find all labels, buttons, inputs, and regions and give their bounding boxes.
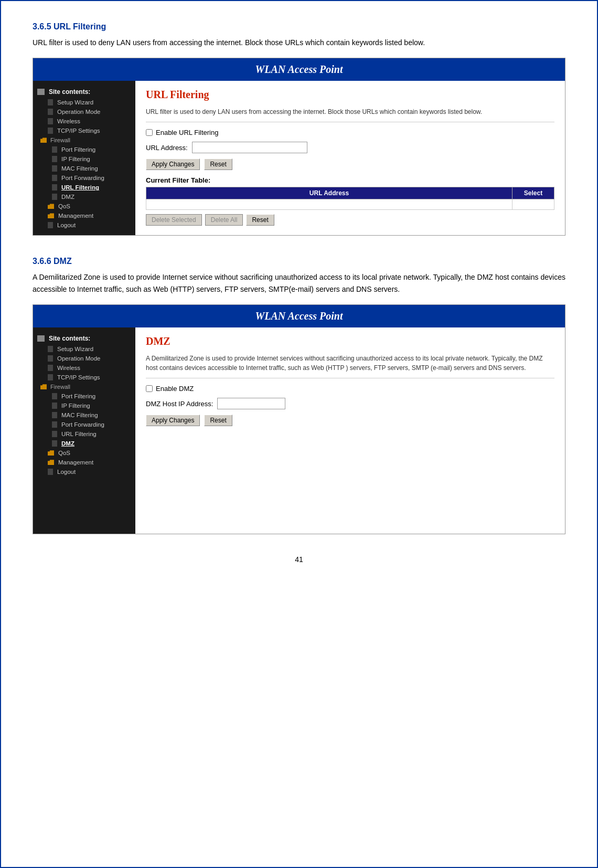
table-row-empty [146,199,554,210]
folder-icon [40,384,47,389]
page-icon [52,393,57,399]
sidebar-item-management-2[interactable]: Management [33,458,135,467]
page-icon [52,175,57,181]
sidebar-item-logout-1[interactable]: Logout [33,220,135,230]
sidebar-item-tcpip-1[interactable]: TCP/IP Settings [33,126,135,135]
folder-icon [40,137,47,143]
dmz-buttons-row: Apply Changes Reset [146,415,554,426]
sidebar-item-url-filtering-1[interactable]: URL Filtering [33,183,135,192]
url-address-row: URL Address: [146,142,554,153]
table-reset-button-1[interactable]: Reset [246,214,274,226]
page-icon [48,128,53,134]
section-2-description: A Demilitarized Zone is used to provide … [33,271,565,295]
sidebar-item-operation-mode-1[interactable]: Operation Mode [33,107,135,117]
content-spacer-2 [146,431,554,526]
delete-selected-button-1: Delete Selected [146,214,202,226]
sidebar-item-qos-1[interactable]: QoS [33,202,135,211]
sidebar-item-logout-2[interactable]: Logout [33,467,135,477]
page-icon [48,365,53,371]
enable-dmz-row: Enable DMZ [146,385,554,393]
section-2-heading: 3.6.6 DMZ [33,257,565,266]
sidebar-item-url-filtering-2[interactable]: URL Filtering [33,429,135,439]
page-icon [52,431,57,437]
main-content-1: URL Filtering URL filter is used to deny… [135,81,565,235]
url-buttons-row: Apply Changes Reset [146,158,554,170]
reset-button-1[interactable]: Reset [204,158,232,170]
page-icon [48,222,53,228]
sidebar-item-ip-filtering-1[interactable]: IP Filtering [33,154,135,164]
page-icon [52,421,57,428]
page-icon [48,118,53,124]
page-icon [48,355,53,362]
page-icon [48,346,53,352]
sidebar-1: Site contents: Setup Wizard Operation Mo… [33,81,135,235]
section-1-heading: 3.6.5 URL Filtering [33,22,565,31]
page-icon [52,440,57,447]
sidebar-item-dmz-2[interactable]: DMZ [33,439,135,448]
wlan-body-2: Site contents: Setup Wizard Operation Mo… [33,327,565,534]
reset-button-2[interactable]: Reset [204,415,232,426]
sidebar-item-setup-wizard-1[interactable]: Setup Wizard [33,98,135,107]
col-url-address: URL Address [146,187,512,199]
filter-table-section-1: Current Filter Table: URL Address Select [146,176,554,226]
folder-icon [48,213,54,218]
sidebar-item-ip-filtering-2[interactable]: IP Filtering [33,401,135,410]
page-icon [52,412,57,418]
sidebar-item-mac-filtering-1[interactable]: MAC Filtering [33,164,135,173]
wlan-panel-2: WLAN Access Point Site contents: Setup W… [33,304,565,534]
sidebar-item-port-filtering-2[interactable]: Port Filtering [33,391,135,401]
page-icon [52,194,57,200]
monitor-icon [37,89,45,95]
monitor-icon-2 [37,335,45,342]
page-icon [52,184,57,190]
sidebar-item-tcpip-2[interactable]: TCP/IP Settings [33,373,135,382]
section-url-filtering: 3.6.5 URL Filtering URL filter is used t… [33,22,565,236]
sidebar-2-title: Site contents: [33,333,135,344]
page-icon [48,374,53,380]
folder-icon [48,460,54,465]
sidebar-item-dmz-1[interactable]: DMZ [33,192,135,202]
sidebar-item-mac-filtering-2[interactable]: MAC Filtering [33,410,135,420]
folder-icon [48,450,54,456]
enable-url-filtering-label: Enable URL Filtering [156,129,218,136]
page-icon [52,156,57,162]
sidebar-group-firewall-1: Firewall [33,135,135,145]
content-title-2: DMZ [146,335,554,347]
enable-url-filtering-checkbox[interactable] [146,129,153,136]
sidebar-item-wireless-1[interactable]: Wireless [33,117,135,126]
apply-changes-button-1[interactable]: Apply Changes [146,158,200,170]
content-desc-1: URL filter is used to deny LAN users fro… [146,107,554,122]
enable-url-filtering-row: Enable URL Filtering [146,129,554,136]
filter-table-1: URL Address Select [146,187,554,210]
wlan-header-2: WLAN Access Point [33,305,565,327]
sidebar-item-setup-wizard-2[interactable]: Setup Wizard [33,344,135,354]
sidebar-item-port-filtering-1[interactable]: Port Filtering [33,145,135,154]
filter-table-label-1: Current Filter Table: [146,176,554,184]
sidebar-item-management-1[interactable]: Management [33,211,135,220]
apply-changes-button-2[interactable]: Apply Changes [146,415,200,426]
url-address-input[interactable] [192,142,307,153]
page-icon [52,403,57,409]
page-icon [52,165,57,172]
page-icon [48,109,53,115]
sidebar-item-operation-mode-2[interactable]: Operation Mode [33,354,135,363]
sidebar-item-port-forwarding-1[interactable]: Port Forwarding [33,173,135,183]
main-content-2: DMZ A Demilitarized Zone is used to prov… [135,327,565,534]
dmz-host-input[interactable] [217,398,285,409]
sidebar-item-port-forwarding-2[interactable]: Port Forwarding [33,420,135,429]
page-icon [52,146,57,153]
page-icon [48,99,53,105]
page-number: 41 [33,555,565,564]
sidebar-group-firewall-2: Firewall [33,382,135,391]
dmz-host-row: DMZ Host IP Address: [146,398,554,409]
sidebar-item-wireless-2[interactable]: Wireless [33,363,135,373]
enable-dmz-checkbox[interactable] [146,385,153,392]
section-dmz: 3.6.6 DMZ A Demilitarized Zone is used t… [33,257,565,534]
wlan-panel-1: WLAN Access Point Site contents: Setup W… [33,58,565,236]
sidebar-1-title: Site contents: [33,86,135,98]
dmz-host-label: DMZ Host IP Address: [146,400,213,408]
section-1-description: URL filter is used to deny LAN users fro… [33,37,565,48]
folder-icon [48,204,54,209]
url-address-label: URL Address: [146,144,188,152]
sidebar-item-qos-2[interactable]: QoS [33,448,135,458]
